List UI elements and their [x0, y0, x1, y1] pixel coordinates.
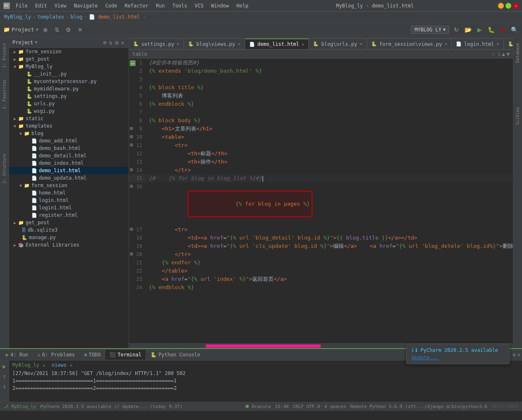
panel-close-btn[interactable]: ✕ [120, 39, 125, 46]
tree-item-demo-bash[interactable]: 📄 demo_bash.html [9, 145, 129, 152]
tab-blog-views-py[interactable]: 🐍 blog\views.py ✕ [184, 38, 245, 49]
line-num-24[interactable]: 24 [129, 283, 145, 292]
statusbar-indent[interactable]: 4 spaces [324, 404, 346, 409]
tree-item-myblog-dir[interactable]: ▼ 📁 MyBlog_ly [9, 63, 129, 70]
menu-code[interactable]: Code [102, 2, 121, 9]
myblog-dropdown[interactable]: MYBLOG LY ▼ [411, 26, 449, 34]
tree-item-login-html[interactable]: 📄 login.html [9, 197, 129, 204]
tree-item-db-sqlite[interactable]: 🗄 db.sqlite3 [9, 226, 129, 234]
run-play-btn[interactable]: ▶ [2, 362, 7, 370]
tree-item-urls-py[interactable]: 🐍 urls.py [9, 100, 129, 107]
tree-item-wsgi-py[interactable]: 🐍 wsgi.py [9, 107, 129, 115]
right-gutter-database-label[interactable]: Database [515, 41, 520, 64]
tab-form-session-v2[interactable]: 🐍 form_session\ ✕ [504, 38, 513, 49]
tree-item-login1-html[interactable]: 📄 login1.html [9, 204, 129, 211]
maximize-button[interactable]: □ [505, 3, 511, 9]
toolbar-close-btn[interactable]: ✕ [76, 25, 85, 34]
menu-file[interactable]: File [12, 2, 31, 9]
run-views-close[interactable]: ✕ [70, 363, 72, 368]
line-num-13[interactable]: 13 [129, 158, 145, 166]
tree-item-form-session[interactable]: ▶ 📁 form_session [9, 48, 129, 55]
menu-window[interactable]: Window [208, 2, 232, 9]
line-num-4[interactable]: 4 [129, 83, 145, 92]
tree-item-ext-libs[interactable]: ▶ 📚 External Libraries [9, 241, 129, 249]
tree-item-manage-py[interactable]: 🐍 manage.py [9, 234, 129, 241]
panel-expand-btn[interactable]: ⇅ [108, 39, 113, 46]
bottom-tab-python-console[interactable]: 🐍 Python Console [146, 350, 204, 360]
toolbar-search-btn[interactable]: 🔍 [510, 25, 519, 34]
line-num-10[interactable]: 10 [129, 133, 145, 141]
sidebar-favorites-label[interactable]: 2: Favorites [2, 78, 7, 111]
tree-item-myctx[interactable]: 🐍 mycontextprocessor.py [9, 78, 129, 85]
tab-form-views-close[interactable]: ✕ [444, 41, 447, 47]
error-nav-up[interactable]: ▲ [502, 51, 505, 57]
toolbar-run-btn[interactable]: ▶ [475, 25, 484, 34]
run-myblog-tab[interactable]: MyBlog_ly [12, 362, 39, 368]
line-num-22[interactable]: 22 [129, 267, 145, 275]
toolbar-settings-btn[interactable]: ⚙ [64, 25, 73, 34]
toolbar-stop-btn[interactable]: ■ [498, 25, 507, 34]
line-num-19[interactable]: 19 [129, 242, 145, 250]
line-num-3[interactable]: 3 [129, 75, 145, 83]
tree-item-demo-updata[interactable]: 📄 demo_updata.html [9, 174, 129, 182]
tab-demo-list-close[interactable]: ✕ [302, 42, 305, 47]
tree-item-mymw[interactable]: 🐍 mymiddleware.py [9, 85, 129, 93]
line-num-14[interactable]: 14 [129, 166, 145, 174]
run-scroll-btn[interactable]: ↓ [2, 382, 7, 390]
bottom-close-btn[interactable]: ✕ [517, 352, 520, 358]
tree-item-demo-add[interactable]: 📄 demo_add.html [9, 137, 129, 145]
sidebar-project-label[interactable]: 1: Project [2, 41, 7, 69]
tree-item-register-html[interactable]: 📄 register.html [9, 211, 129, 219]
tab-demo-list-html[interactable]: 📄 demo_list.html ✕ [245, 38, 309, 49]
breadcrumb-item-myblog[interactable]: MyBlog_ly [4, 14, 31, 20]
error-nav-down[interactable]: ▼ [507, 51, 510, 57]
tree-item-form-session2[interactable]: ▼ 📁 form_session [9, 182, 129, 189]
tab-form-views-py[interactable]: 🐍 form_session\views.py ✕ [367, 38, 452, 49]
toolbar-scope-btn[interactable]: ⊕ [41, 25, 50, 34]
bottom-settings-btn[interactable]: ⚙ [513, 352, 516, 358]
tree-item-blog-dir[interactable]: ▼ 📁 blog [9, 130, 129, 137]
line-num-2[interactable]: 2 [129, 67, 145, 75]
panel-settings-btn[interactable]: ⚙ [114, 39, 119, 46]
statusbar-encoding[interactable]: CRLF UTF-8 [293, 404, 320, 409]
menu-help[interactable]: Help [233, 2, 252, 9]
toolbar-open-btn[interactable]: 📂 [463, 25, 472, 34]
minimize-button[interactable]: ─ [498, 3, 504, 9]
toolbar-refresh-btn[interactable]: ↻ [452, 25, 461, 34]
breadcrumb-item-file[interactable]: 📄 demo_list.html [89, 14, 140, 20]
tab-blog-views-close[interactable]: ✕ [238, 41, 241, 47]
tab-login-close[interactable]: ✕ [496, 41, 499, 47]
tree-item-demo-list[interactable]: 📄 demo_list.html [9, 167, 129, 174]
tree-item-demo-detail[interactable]: 📄 demo_detail.html [9, 152, 129, 159]
line-num-5[interactable]: 5 [129, 92, 145, 100]
menu-tools[interactable]: Tools [169, 2, 191, 9]
line-num-9[interactable]: 9 [129, 125, 145, 133]
line-num-17[interactable]: 17 [129, 225, 145, 234]
line-num-1[interactable]: 1↵ [129, 59, 145, 67]
menu-vcs[interactable]: VCS [191, 2, 207, 9]
menu-view[interactable]: View [51, 2, 70, 9]
tree-item-static-dir[interactable]: ▶ 📁 static [9, 115, 129, 122]
bottom-tab-terminal[interactable]: ⬛ Terminal [105, 350, 145, 360]
run-views-tab[interactable]: views [52, 362, 67, 368]
menu-refactor[interactable]: Refactor [121, 2, 152, 9]
tab-settings-py[interactable]: 🐍 settings.py ✕ [129, 38, 184, 49]
run-pause-btn[interactable]: ↑ [2, 372, 7, 380]
line-num-16[interactable]: 16 [129, 183, 145, 225]
statusbar-theme[interactable]: Dracula [246, 404, 271, 409]
menu-navigate[interactable]: Navigate [71, 2, 101, 9]
tree-item-home-html[interactable]: 📄 home.html [9, 189, 129, 197]
menu-edit[interactable]: Edit [32, 2, 50, 9]
git-branch[interactable]: ⎇ MyBlog_ly [3, 404, 36, 409]
run-tab-close[interactable]: ✕ [43, 363, 45, 368]
tree-item-templates-dir[interactable]: ▼ 📁 templates [9, 122, 129, 130]
tab-blog-urls-py[interactable]: 🐍 blog\urls.py ✕ [309, 38, 367, 49]
panel-scope-btn[interactable]: ⊕ [102, 39, 107, 46]
breadcrumb-item-blog[interactable]: blog [71, 14, 83, 20]
line-num-11[interactable]: 11 [129, 141, 145, 149]
tree-item-settings-py[interactable]: 🐍 settings.py [9, 93, 129, 100]
bottom-tab-todo[interactable]: ≡ TODO [80, 350, 105, 360]
line-num-15[interactable]: 15 [129, 174, 145, 183]
tree-item-init-py[interactable]: 🐍 __init__.py [9, 70, 129, 78]
tree-item-demo-index[interactable]: 📄 demo_index.html [9, 159, 129, 167]
